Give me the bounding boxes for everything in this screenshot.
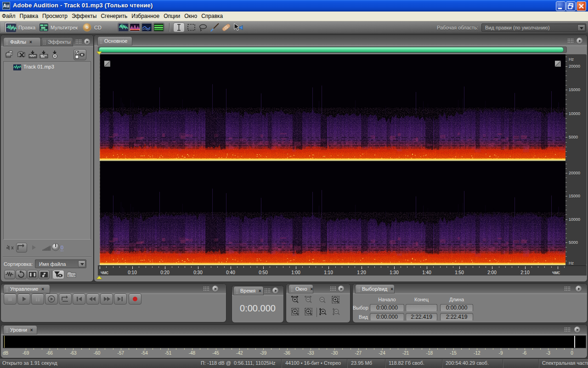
svg-text:c:\>: c:\>: [68, 274, 76, 277]
